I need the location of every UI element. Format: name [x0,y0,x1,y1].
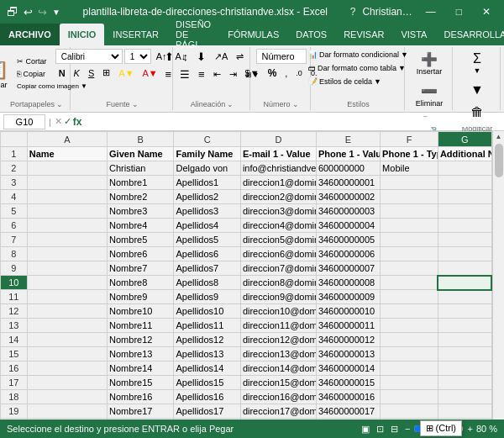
row-header-2[interactable]: 2 [1,161,28,176]
cell-B6[interactable]: Nombre4 [108,219,174,233]
cell-C18[interactable]: Apellidos16 [174,390,240,404]
cell-E19[interactable]: 34600000017 [316,404,380,419]
cell-C17[interactable]: Apellidos15 [174,376,240,390]
col-header-B[interactable]: B [108,132,174,147]
sum-button[interactable]: Σ ▼ [469,49,486,77]
cell-G3[interactable] [438,176,491,190]
cell-C14[interactable]: Apellidos12 [174,333,240,347]
cell-A9[interactable] [27,261,107,276]
cell-E4[interactable]: 34600000002 [316,190,380,204]
cell-F7[interactable] [381,233,438,247]
bold-button[interactable]: N [55,66,69,80]
cell-F16[interactable] [381,361,438,376]
fx-icon[interactable]: fx [73,116,82,128]
cell-B16[interactable]: Nombre14 [108,361,174,376]
cell-F3[interactable] [381,176,438,190]
cell-D8[interactable]: direccion6@dominio.c [240,247,316,261]
cell-D7[interactable]: direccion5@dominio.c [240,233,316,247]
border-button[interactable]: ⊞ [99,66,113,80]
cell-A1[interactable]: Name [27,147,107,161]
cell-G4[interactable] [438,190,491,204]
cell-A16[interactable] [27,361,107,376]
cell-F2[interactable]: Mobile [381,161,438,176]
cell-C3[interactable]: Apellidos1 [174,176,240,190]
row-header-11[interactable]: 11 [1,290,28,304]
cell-D3[interactable]: direccion1@dominio.c [240,176,316,190]
cell-G19[interactable] [438,404,491,419]
comma-button[interactable]: , [281,66,291,80]
delete-cells-button[interactable]: ➖ Eliminar [412,81,448,110]
cell-E13[interactable]: 34600000011 [316,319,380,333]
cell-F4[interactable] [381,190,438,204]
cell-F10[interactable] [381,276,438,290]
conditional-format-button[interactable]: 📊 Dar formato condicional▼ [304,49,412,61]
user-label[interactable]: Christian… [362,6,412,18]
title-undo[interactable]: ↩ [24,6,33,18]
cell-D12[interactable]: direccion10@dominio. [240,304,316,319]
cell-F18[interactable] [381,390,438,404]
underline-button[interactable]: S [85,66,97,80]
cell-C1[interactable]: Family Name [174,147,240,161]
cell-F17[interactable] [381,376,438,390]
cell-D2[interactable]: info@christiandve.co [240,161,316,176]
cell-F14[interactable] [381,333,438,347]
cell-G1[interactable]: Additional Name [438,147,491,161]
row-header-14[interactable]: 14 [1,333,28,347]
col-header-A[interactable]: A [27,132,107,147]
align-right-icon[interactable]: ≡ [195,66,208,82]
cell-C10[interactable]: Apellidos8 [174,276,240,290]
font-family-select[interactable]: Calibri [55,49,123,64]
cell-E15[interactable]: 34600000013 [316,347,380,361]
row-header-15[interactable]: 15 [1,347,28,361]
cell-E16[interactable]: 34600000014 [316,361,380,376]
cell-A17[interactable] [27,376,107,390]
cell-D15[interactable]: direccion13@dominio. [240,347,316,361]
col-header-G[interactable]: G [438,132,491,147]
cell-D6[interactable]: direccion4@dominio.c [240,219,316,233]
cell-E8[interactable]: 34600000006 [316,247,380,261]
cell-G16[interactable] [438,361,491,376]
cell-D10[interactable]: direccion8@dominio.c [240,276,316,290]
confirm-formula-icon[interactable]: ✓ [64,116,71,128]
cell-A6[interactable] [27,219,107,233]
cell-C5[interactable]: Apellidos3 [174,204,240,219]
cell-C16[interactable]: Apellidos14 [174,361,240,376]
cell-E10[interactable]: 34600000008 [316,276,380,290]
cell-D19[interactable]: direccion17@dominio. [240,404,316,419]
cell-E5[interactable]: 34600000003 [316,204,380,219]
cell-F9[interactable] [381,261,438,276]
cell-B15[interactable]: Nombre13 [108,347,174,361]
zoom-out-btn[interactable]: − [405,424,410,434]
cell-D11[interactable]: direccion9@dominio.c [240,290,316,304]
cell-E9[interactable]: 34600000007 [316,261,380,276]
cell-A7[interactable] [27,233,107,247]
title-redo[interactable]: ↪ [38,6,47,18]
col-header-D[interactable]: D [240,132,316,147]
cell-G17[interactable] [438,376,491,390]
close-btn[interactable]: ✕ [475,4,497,19]
alineacion-expand-icon[interactable]: ⌄ [227,100,234,108]
cell-C11[interactable]: Apellidos9 [174,290,240,304]
cell-C13[interactable]: Apellidos11 [174,319,240,333]
cell-G8[interactable] [438,247,491,261]
tab-desarrollado[interactable]: DESARROLLADO [435,24,504,45]
cell-E14[interactable]: 34600000012 [316,333,380,347]
cell-A10[interactable] [27,276,107,290]
view-normal-icon[interactable]: ▣ [361,424,370,435]
ctrl-paste-popup[interactable]: ⊞ (Ctrl) [420,420,463,436]
tab-datos[interactable]: DATOS [287,24,335,45]
row-header-16[interactable]: 16 [1,361,28,376]
cell-B19[interactable]: Nombre17 [108,404,174,419]
zoom-level[interactable]: 80 % [476,424,497,434]
cell-D14[interactable]: direccion12@dominio. [240,333,316,347]
cell-B3[interactable]: Nombre1 [108,176,174,190]
vertical-scrollbar[interactable]: ▲ ▼ [492,131,504,438]
quick-access-more[interactable]: ▼ [52,8,60,17]
cancel-formula-icon[interactable]: ✕ [55,116,62,128]
portapapeles-expand-icon[interactable]: ⌄ [56,100,63,108]
table-format-button[interactable]: 🗃 Dar formato como tabla▼ [304,62,410,74]
cell-B8[interactable]: Nombre6 [108,247,174,261]
cell-G14[interactable] [438,333,491,347]
cell-D9[interactable]: direccion7@dominio.c [240,261,316,276]
align-middle-icon[interactable]: ↕ [179,49,192,65]
